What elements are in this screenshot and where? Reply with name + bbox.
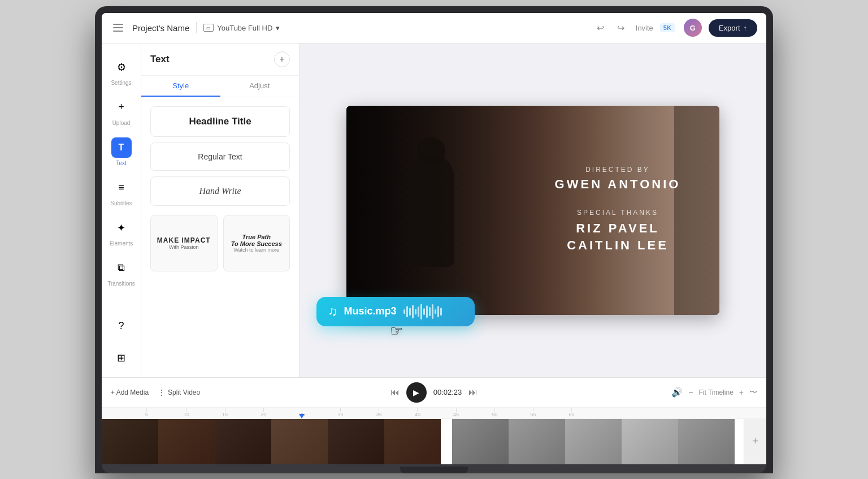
- play-icon: ▶: [413, 388, 419, 397]
- split-video-button[interactable]: ⋮ Split Video: [158, 388, 200, 397]
- export-button[interactable]: Export ↑: [709, 19, 757, 37]
- waveform-button[interactable]: 〜: [749, 387, 757, 398]
- sidebar-item-upload-label: Upload: [112, 120, 131, 126]
- music-name: Music.mp3: [344, 305, 397, 317]
- invite-button[interactable]: Invite: [636, 24, 653, 32]
- icon-sidebar: ⚙ Settings + Upload T Text ≡ Subtitles ✦: [102, 44, 141, 377]
- settings-icon: ⚙: [111, 57, 132, 77]
- video-preview: DIRECTED BY GWEN ANTONIO SPECIAL THANKS …: [346, 106, 719, 315]
- laptop-notch: [400, 467, 468, 473]
- headline-label: Headline Title: [189, 116, 251, 127]
- format-chevron: ▾: [276, 24, 280, 32]
- divider: [196, 22, 197, 33]
- user-avatar: G: [684, 19, 702, 37]
- laptop-base: [102, 464, 766, 473]
- video-background: DIRECTED BY GWEN ANTONIO SPECIAL THANKS …: [346, 106, 719, 315]
- timeline-ruler: 5 10 15 20 25 30 35 40 45 50 55 60: [102, 408, 766, 419]
- template-true-path[interactable]: True Path To More Success Watch to learn…: [223, 215, 290, 271]
- text-options: Headline Title Regular Text Hand Write: [141, 97, 299, 215]
- add-media-button[interactable]: + Add Media: [111, 389, 149, 396]
- add-track-button[interactable]: +: [744, 419, 766, 464]
- music-badge[interactable]: ♫ Music.mp3: [316, 297, 475, 326]
- sidebar-item-settings-label: Settings: [111, 80, 131, 86]
- panel-title: Text: [150, 54, 170, 65]
- prev-button[interactable]: ⏮: [390, 387, 400, 398]
- tab-style[interactable]: Style: [141, 76, 220, 97]
- preview-area: DIRECTED BY GWEN ANTONIO SPECIAL THANKS …: [300, 44, 766, 377]
- sidebar-item-settings[interactable]: ⚙ Settings: [102, 53, 141, 90]
- fit-timeline-label: Fit Timeline: [698, 389, 733, 396]
- sk-badge: 5K: [660, 23, 675, 32]
- export-share-icon: ↑: [744, 24, 748, 32]
- text-option-handwrite[interactable]: Hand Write: [150, 176, 290, 206]
- directed-by-label: DIRECTED BY: [539, 166, 697, 174]
- hamburger-menu[interactable]: [111, 21, 125, 34]
- template-make-impact[interactable]: MAKE IMPACT With Passion: [150, 215, 218, 271]
- track-thumb-8: [509, 419, 565, 464]
- sidebar-item-upload[interactable]: + Upload: [102, 93, 141, 131]
- undo-button[interactable]: ↩: [593, 20, 609, 36]
- style-adjust-tabs: Style Adjust: [141, 76, 299, 97]
- sidebar-item-transitions[interactable]: ⧉ Transitions: [102, 253, 141, 291]
- track-gap: [441, 419, 452, 464]
- format-label: YouTube Full HD: [217, 24, 272, 32]
- zoom-minus-button[interactable]: −: [688, 388, 693, 397]
- timeline-controls: + Add Media ⋮ Split Video ⏮ ▶ 00:02:23 ⏭…: [102, 378, 766, 408]
- track-thumbnails: [102, 419, 744, 464]
- sidebar-item-subtitles-label: Subtitles: [110, 200, 132, 206]
- sidebar-item-text-label: Text: [116, 160, 126, 166]
- track-thumb-11: [678, 419, 735, 464]
- elements-icon: ✦: [111, 218, 132, 238]
- thanks-names: RIZ PAVEL CAITLIN LEE: [539, 220, 697, 255]
- timeline-area: + Add Media ⋮ Split Video ⏮ ▶ 00:02:23 ⏭…: [102, 377, 766, 464]
- text-option-headline[interactable]: Headline Title: [150, 106, 290, 137]
- special-thanks-label: SPECIAL THANKS: [539, 209, 697, 217]
- template-true-path-line1: True Path To More Success: [231, 234, 282, 247]
- thanks-name-2: CAITLIN LEE: [539, 238, 697, 255]
- volume-button[interactable]: 🔊: [671, 387, 683, 398]
- video-text-overlay: DIRECTED BY GWEN ANTONIO SPECIAL THANKS …: [539, 166, 697, 255]
- format-selector[interactable]: ▭ YouTube Full HD ▾: [203, 24, 280, 32]
- project-name[interactable]: Project's Name: [132, 23, 189, 33]
- playhead[interactable]: [299, 414, 305, 418]
- panel-plus-button[interactable]: +: [274, 51, 290, 67]
- sidebar-item-elements-label: Elements: [110, 240, 133, 247]
- track-thumb-10: [622, 419, 678, 464]
- cursor-hand-icon: ☞: [390, 322, 403, 340]
- handwrite-label: Hand Write: [199, 186, 241, 196]
- top-bar-left: Project's Name ▭ YouTube Full HD ▾: [111, 21, 586, 34]
- text-icon: T: [111, 137, 132, 158]
- template-true-path-line3: Watch to learn more: [233, 247, 279, 253]
- tab-adjust[interactable]: Adjust: [220, 76, 300, 97]
- undo-redo-group: ↩ ↪: [593, 20, 629, 36]
- music-note-icon: ♫: [328, 304, 337, 319]
- template-make-impact-line1: MAKE IMPACT: [157, 236, 211, 244]
- sidebar-item-transitions-label: Transitions: [107, 281, 135, 287]
- sidebar-item-subtitles[interactable]: ≡ Subtitles: [102, 173, 141, 211]
- panel-header: Text +: [141, 44, 299, 76]
- timeline-center: ⏮ ▶ 00:02:23 ⏭: [390, 382, 478, 403]
- track-thumb-5: [328, 419, 384, 464]
- sidebar-item-text[interactable]: T Text: [102, 133, 141, 171]
- transitions-icon: ⧉: [111, 258, 132, 278]
- grid-icon: ⊞: [111, 348, 132, 368]
- track-thumb-7: [452, 419, 509, 464]
- sidebar-item-grid[interactable]: ⊞: [111, 343, 132, 373]
- text-panel: Text + Style Adjust Headline Title: [141, 44, 300, 377]
- top-bar: Project's Name ▭ YouTube Full HD ▾ ↩ ↪ I…: [102, 13, 766, 44]
- text-option-regular[interactable]: Regular Text: [150, 143, 290, 171]
- sidebar-item-help[interactable]: ?: [111, 312, 132, 341]
- track-thumb-2: [158, 419, 215, 464]
- zoom-plus-button[interactable]: +: [739, 388, 744, 397]
- upload-icon: +: [111, 97, 132, 118]
- timeline-right: 🔊 − Fit Timeline + 〜: [478, 387, 757, 398]
- main-area: ⚙ Settings + Upload T Text ≡ Subtitles ✦: [102, 44, 766, 377]
- time-display: 00:02:23: [433, 388, 462, 396]
- next-button[interactable]: ⏭: [468, 387, 478, 398]
- split-label: Split Video: [168, 389, 200, 396]
- regular-label: Regular Text: [198, 152, 242, 161]
- redo-button[interactable]: ↪: [613, 20, 629, 36]
- sidebar-item-elements[interactable]: ✦ Elements: [102, 213, 141, 251]
- track-thumb-9: [565, 419, 622, 464]
- play-button[interactable]: ▶: [406, 382, 427, 403]
